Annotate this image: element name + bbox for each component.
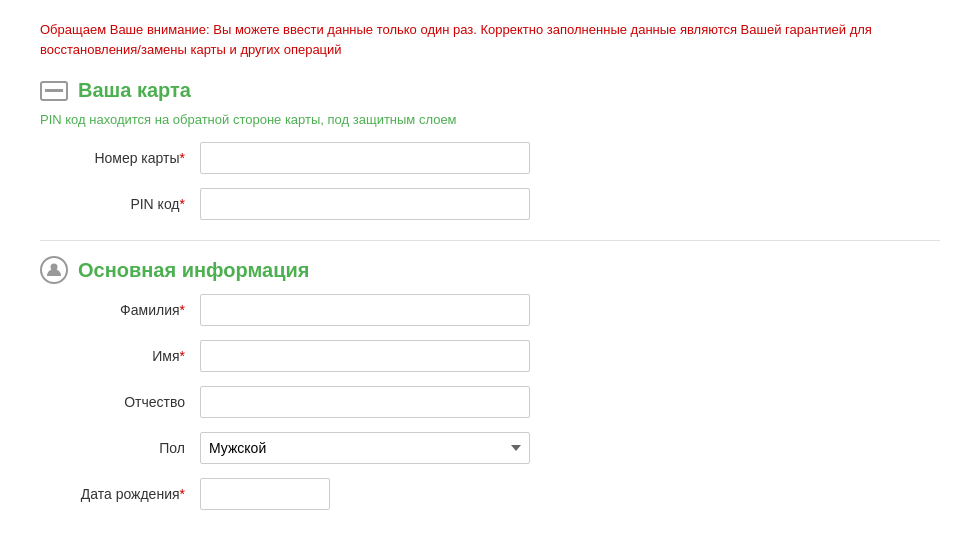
card-section-header: Ваша карта [40,79,940,102]
page-container: Обращаем Ваше внимание: Вы можете ввести… [0,0,980,550]
surname-required: * [180,302,185,318]
card-number-input[interactable] [200,142,530,174]
patronymic-label: Отчество [40,394,200,410]
notice-text: Обращаем Ваше внимание: Вы можете ввести… [40,22,872,57]
gender-label: Пол [40,440,200,456]
patronymic-input[interactable] [200,386,530,418]
card-icon [40,81,68,101]
birthdate-label: Дата рождения* [40,486,200,502]
firstname-input[interactable] [200,340,530,372]
gender-select[interactable]: Мужской Женский [200,432,530,464]
firstname-label: Имя* [40,348,200,364]
birthdate-input[interactable] [200,478,330,510]
card-section: Ваша карта PIN код находится на обратной… [40,79,940,220]
gender-row: Пол Мужской Женский [40,432,940,464]
person-icon-svg [46,262,62,278]
birthdate-row: Дата рождения* [40,478,940,510]
surname-row: Фамилия* [40,294,940,326]
pin-code-row: PIN код* [40,188,940,220]
info-section-title: Основная информация [78,259,309,282]
card-number-required: * [180,150,185,166]
patronymic-row: Отчество [40,386,940,418]
pin-label: PIN код* [40,196,200,212]
card-section-title: Ваша карта [78,79,191,102]
card-number-row: Номер карты* [40,142,940,174]
card-icon-stripe [45,89,63,92]
info-section: Основная информация Фамилия* Имя* Отчест… [40,256,940,510]
notice-banner: Обращаем Ваше внимание: Вы можете ввести… [40,20,940,59]
person-icon [40,256,68,284]
card-number-label: Номер карты* [40,150,200,166]
surname-label: Фамилия* [40,302,200,318]
firstname-required: * [180,348,185,364]
firstname-row: Имя* [40,340,940,372]
pin-input[interactable] [200,188,530,220]
surname-input[interactable] [200,294,530,326]
birthdate-required: * [180,486,185,502]
section-divider [40,240,940,241]
pin-hint: PIN код находится на обратной стороне ка… [40,112,940,127]
pin-required: * [180,196,185,212]
info-section-header: Основная информация [40,256,940,284]
